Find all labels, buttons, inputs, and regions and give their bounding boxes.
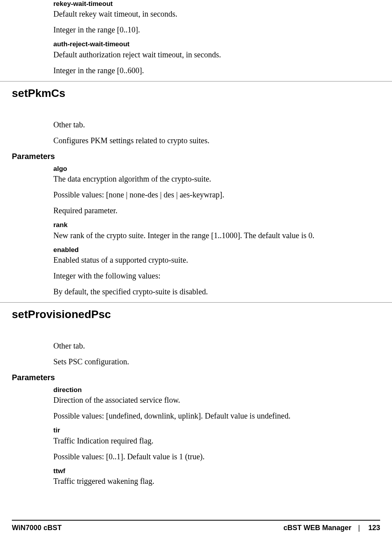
- footer-separator: |: [358, 524, 360, 532]
- section-desc-setprovisionedpsc: Sets PSC configuration.: [53, 356, 376, 367]
- param-desc-ttwf: Traffic triggered wakening flag.: [53, 476, 376, 486]
- parameters-heading: Parameters: [12, 373, 376, 382]
- document-page: rekey-wait-timeout Default rekey wait ti…: [0, 0, 392, 540]
- param-range-rekey: Integer in the range [0..10].: [53, 25, 376, 35]
- section-heading-setprovisionedpsc: setProvisionedPsc: [12, 308, 392, 321]
- param-desc-algo: The data encryption algorithm of the cry…: [53, 174, 376, 184]
- section-tab-setpkmcs: Other tab.: [53, 119, 376, 130]
- param-name-tir: tir: [53, 426, 376, 434]
- footer-page-number: 123: [367, 524, 380, 532]
- param-desc-tir: Traffic Indication required flag.: [53, 436, 376, 446]
- param-name-ttwf: ttwf: [53, 467, 376, 475]
- param-name-rekey: rekey-wait-timeout: [53, 0, 376, 8]
- param-desc-direction: Direction of the associated service flow…: [53, 395, 376, 405]
- section-setprovisionedpsc: setProvisionedPsc: [12, 308, 392, 321]
- param-name-auth-reject: auth-reject-wait-timeout: [53, 40, 376, 48]
- section-heading-setpkmcs: setPkmCs: [12, 87, 392, 100]
- footer-manual-title: cBST WEB Manager: [283, 524, 351, 532]
- footer-rule: [12, 520, 380, 521]
- section-divider: [0, 302, 392, 303]
- param-values-algo: Possible values: [none | none-des | des …: [53, 189, 376, 200]
- section-desc-setpkmcs: Configures PKM settings related to crypt…: [53, 135, 376, 146]
- param-required-algo: Required parameter.: [53, 205, 376, 216]
- param-values-direction: Possible values: [undefined, downlink, u…: [53, 411, 376, 421]
- param-name-rank: rank: [53, 221, 376, 229]
- parameters-heading: Parameters: [12, 152, 376, 161]
- param-desc-auth-reject: Default authorization reject wait timeou…: [53, 49, 376, 60]
- section-tab-setprovisionedpsc: Other tab.: [53, 341, 376, 351]
- params-setpkmcs: algo The data encryption algorithm of th…: [53, 165, 376, 297]
- param-name-direction: direction: [53, 386, 376, 394]
- section-body-setprovisionedpsc: Other tab. Sets PSC configuration.: [53, 341, 376, 367]
- param-range-auth-reject: Integer in the range [0..600].: [53, 65, 376, 76]
- param-desc-rank: New rank of the crypto suite. Integer in…: [53, 230, 376, 241]
- page-footer: WiN7000 cBST cBST WEB Manager | 123: [0, 520, 392, 532]
- param-desc-rekey: Default rekey wait timeout, in seconds.: [53, 9, 376, 19]
- top-params-block: rekey-wait-timeout Default rekey wait ti…: [53, 0, 376, 76]
- section-divider: [0, 81, 392, 81]
- params-setprovisionedpsc: direction Direction of the associated se…: [53, 386, 376, 486]
- footer-left: WiN7000 cBST: [12, 524, 62, 532]
- param-desc-enabled: Enabled status of a supported crypto-sui…: [53, 255, 376, 265]
- footer-right: cBST WEB Manager | 123: [283, 524, 380, 532]
- section-body-setpkmcs: Other tab. Configures PKM settings relat…: [53, 119, 376, 146]
- param-values-tir: Possible values: [0..1]. Default value i…: [53, 451, 376, 462]
- param-default-enabled: By default, the specified crypto-suite i…: [53, 286, 376, 297]
- param-name-enabled: enabled: [53, 246, 376, 254]
- param-name-algo: algo: [53, 165, 376, 173]
- section-setpkmcs: setPkmCs: [12, 87, 392, 100]
- param-int-enabled: Integer with the following values:: [53, 271, 376, 281]
